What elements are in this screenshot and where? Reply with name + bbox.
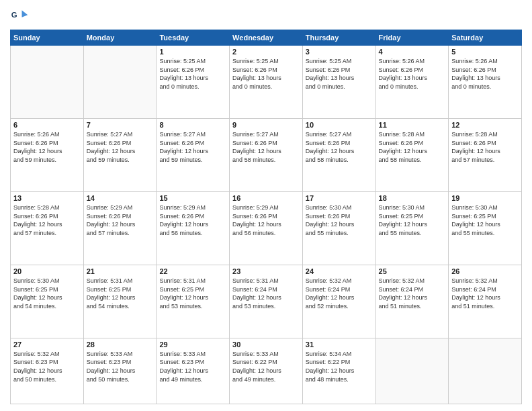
day-number: 31 bbox=[306, 340, 373, 349]
day-info: Sunrise: 5:25 AM Sunset: 6:26 PM Dayligh… bbox=[306, 57, 373, 91]
week-row-2: 6Sunrise: 5:26 AM Sunset: 6:26 PM Daylig… bbox=[11, 118, 522, 191]
day-info: Sunrise: 5:31 AM Sunset: 6:25 PM Dayligh… bbox=[87, 277, 154, 310]
calendar-cell bbox=[11, 46, 84, 119]
day-number: 7 bbox=[87, 121, 154, 129]
calendar-cell bbox=[449, 338, 522, 404]
calendar-cell: 30Sunrise: 5:33 AM Sunset: 6:22 PM Dayli… bbox=[230, 338, 303, 404]
day-info: Sunrise: 5:32 AM Sunset: 6:24 PM Dayligh… bbox=[306, 277, 373, 310]
calendar-cell: 20Sunrise: 5:30 AM Sunset: 6:25 PM Dayli… bbox=[11, 265, 84, 338]
week-row-3: 13Sunrise: 5:28 AM Sunset: 6:26 PM Dayli… bbox=[11, 191, 522, 265]
calendar-cell bbox=[375, 338, 449, 404]
day-info: Sunrise: 5:27 AM Sunset: 6:26 PM Dayligh… bbox=[87, 130, 154, 164]
calendar-table: SundayMondayTuesdayWednesdayThursdayFrid… bbox=[10, 30, 522, 404]
calendar-cell: 12Sunrise: 5:28 AM Sunset: 6:26 PM Dayli… bbox=[449, 118, 522, 191]
day-info: Sunrise: 5:33 AM Sunset: 6:23 PM Dayligh… bbox=[87, 350, 154, 383]
calendar-cell: 14Sunrise: 5:29 AM Sunset: 6:26 PM Dayli… bbox=[83, 191, 157, 265]
day-number: 17 bbox=[306, 194, 373, 202]
day-number: 5 bbox=[451, 48, 519, 56]
day-info: Sunrise: 5:29 AM Sunset: 6:26 PM Dayligh… bbox=[159, 203, 226, 237]
day-number: 2 bbox=[232, 48, 300, 56]
logo: G bbox=[10, 7, 32, 26]
svg-text:G: G bbox=[11, 11, 17, 19]
day-number: 15 bbox=[159, 194, 226, 202]
calendar-cell: 28Sunrise: 5:33 AM Sunset: 6:23 PM Dayli… bbox=[83, 338, 157, 404]
calendar-cell: 8Sunrise: 5:27 AM Sunset: 6:26 PM Daylig… bbox=[157, 118, 230, 191]
day-number: 13 bbox=[13, 194, 81, 202]
day-number: 22 bbox=[159, 267, 226, 275]
day-info: Sunrise: 5:34 AM Sunset: 6:22 PM Dayligh… bbox=[306, 350, 373, 383]
calendar-cell: 15Sunrise: 5:29 AM Sunset: 6:26 PM Dayli… bbox=[157, 191, 230, 265]
day-number: 18 bbox=[379, 194, 446, 202]
week-row-4: 20Sunrise: 5:30 AM Sunset: 6:25 PM Dayli… bbox=[11, 265, 522, 338]
logo-icon: G bbox=[10, 7, 29, 26]
day-info: Sunrise: 5:29 AM Sunset: 6:26 PM Dayligh… bbox=[87, 203, 154, 237]
calendar-cell: 21Sunrise: 5:31 AM Sunset: 6:25 PM Dayli… bbox=[83, 265, 157, 338]
calendar-cell: 27Sunrise: 5:32 AM Sunset: 6:23 PM Dayli… bbox=[11, 338, 84, 404]
weekday-header-friday: Friday bbox=[375, 30, 449, 46]
day-info: Sunrise: 5:30 AM Sunset: 6:25 PM Dayligh… bbox=[451, 203, 519, 237]
calendar-cell: 29Sunrise: 5:33 AM Sunset: 6:23 PM Dayli… bbox=[157, 338, 230, 404]
day-info: Sunrise: 5:33 AM Sunset: 6:22 PM Dayligh… bbox=[232, 350, 300, 383]
day-number: 28 bbox=[87, 340, 154, 349]
day-info: Sunrise: 5:26 AM Sunset: 6:26 PM Dayligh… bbox=[451, 57, 519, 91]
day-number: 30 bbox=[232, 340, 300, 349]
weekday-header-saturday: Saturday bbox=[449, 30, 522, 46]
calendar-cell: 5Sunrise: 5:26 AM Sunset: 6:26 PM Daylig… bbox=[449, 46, 522, 119]
calendar-cell: 13Sunrise: 5:28 AM Sunset: 6:26 PM Dayli… bbox=[11, 191, 84, 265]
day-info: Sunrise: 5:30 AM Sunset: 6:26 PM Dayligh… bbox=[306, 203, 373, 237]
day-info: Sunrise: 5:29 AM Sunset: 6:26 PM Dayligh… bbox=[232, 203, 300, 237]
day-number: 10 bbox=[306, 121, 373, 129]
day-number: 11 bbox=[379, 121, 446, 129]
day-info: Sunrise: 5:27 AM Sunset: 6:26 PM Dayligh… bbox=[306, 130, 373, 164]
svg-marker-1 bbox=[22, 10, 28, 17]
calendar-cell: 18Sunrise: 5:30 AM Sunset: 6:25 PM Dayli… bbox=[375, 191, 449, 265]
calendar-cell: 23Sunrise: 5:31 AM Sunset: 6:24 PM Dayli… bbox=[230, 265, 303, 338]
calendar-cell: 26Sunrise: 5:32 AM Sunset: 6:24 PM Dayli… bbox=[449, 265, 522, 338]
day-info: Sunrise: 5:27 AM Sunset: 6:26 PM Dayligh… bbox=[159, 130, 226, 164]
header: G bbox=[10, 7, 522, 26]
calendar-cell: 25Sunrise: 5:32 AM Sunset: 6:24 PM Dayli… bbox=[375, 265, 449, 338]
weekday-header-tuesday: Tuesday bbox=[157, 30, 230, 46]
day-info: Sunrise: 5:28 AM Sunset: 6:26 PM Dayligh… bbox=[451, 130, 519, 164]
day-info: Sunrise: 5:32 AM Sunset: 6:24 PM Dayligh… bbox=[379, 277, 446, 310]
day-number: 4 bbox=[379, 48, 446, 56]
page: G SundayMondayTuesdayWednesdayThursdayFr… bbox=[0, 0, 532, 411]
calendar-cell: 16Sunrise: 5:29 AM Sunset: 6:26 PM Dayli… bbox=[230, 191, 303, 265]
calendar-cell: 19Sunrise: 5:30 AM Sunset: 6:25 PM Dayli… bbox=[449, 191, 522, 265]
calendar-cell: 1Sunrise: 5:25 AM Sunset: 6:26 PM Daylig… bbox=[157, 46, 230, 119]
calendar-cell: 3Sunrise: 5:25 AM Sunset: 6:26 PM Daylig… bbox=[302, 46, 375, 119]
day-info: Sunrise: 5:26 AM Sunset: 6:26 PM Dayligh… bbox=[379, 57, 446, 91]
calendar-cell: 2Sunrise: 5:25 AM Sunset: 6:26 PM Daylig… bbox=[230, 46, 303, 119]
calendar-cell bbox=[83, 46, 157, 119]
day-number: 26 bbox=[451, 267, 519, 275]
calendar-cell: 10Sunrise: 5:27 AM Sunset: 6:26 PM Dayli… bbox=[302, 118, 375, 191]
weekday-header-thursday: Thursday bbox=[302, 30, 375, 46]
day-number: 8 bbox=[159, 121, 226, 129]
day-number: 16 bbox=[232, 194, 300, 202]
day-info: Sunrise: 5:32 AM Sunset: 6:23 PM Dayligh… bbox=[13, 350, 81, 383]
day-number: 21 bbox=[87, 267, 154, 275]
day-number: 12 bbox=[451, 121, 519, 129]
calendar-cell: 7Sunrise: 5:27 AM Sunset: 6:26 PM Daylig… bbox=[83, 118, 157, 191]
day-number: 20 bbox=[13, 267, 81, 275]
calendar-cell: 31Sunrise: 5:34 AM Sunset: 6:22 PM Dayli… bbox=[302, 338, 375, 404]
calendar-cell: 4Sunrise: 5:26 AM Sunset: 6:26 PM Daylig… bbox=[375, 46, 449, 119]
calendar-cell: 22Sunrise: 5:31 AM Sunset: 6:25 PM Dayli… bbox=[157, 265, 230, 338]
weekday-header-sunday: Sunday bbox=[11, 30, 84, 46]
day-number: 25 bbox=[379, 267, 446, 275]
day-info: Sunrise: 5:27 AM Sunset: 6:26 PM Dayligh… bbox=[232, 130, 300, 164]
weekday-header-wednesday: Wednesday bbox=[230, 30, 303, 46]
day-number: 24 bbox=[306, 267, 373, 275]
day-info: Sunrise: 5:30 AM Sunset: 6:25 PM Dayligh… bbox=[379, 203, 446, 237]
day-info: Sunrise: 5:28 AM Sunset: 6:26 PM Dayligh… bbox=[379, 130, 446, 164]
calendar-cell: 17Sunrise: 5:30 AM Sunset: 6:26 PM Dayli… bbox=[302, 191, 375, 265]
day-number: 23 bbox=[232, 267, 300, 275]
calendar-cell: 6Sunrise: 5:26 AM Sunset: 6:26 PM Daylig… bbox=[11, 118, 84, 191]
calendar-cell: 11Sunrise: 5:28 AM Sunset: 6:26 PM Dayli… bbox=[375, 118, 449, 191]
day-info: Sunrise: 5:30 AM Sunset: 6:25 PM Dayligh… bbox=[13, 277, 81, 310]
day-number: 1 bbox=[159, 48, 226, 56]
day-number: 19 bbox=[451, 194, 519, 202]
day-info: Sunrise: 5:25 AM Sunset: 6:26 PM Dayligh… bbox=[159, 57, 226, 91]
day-info: Sunrise: 5:31 AM Sunset: 6:25 PM Dayligh… bbox=[159, 277, 226, 310]
day-info: Sunrise: 5:32 AM Sunset: 6:24 PM Dayligh… bbox=[451, 277, 519, 310]
